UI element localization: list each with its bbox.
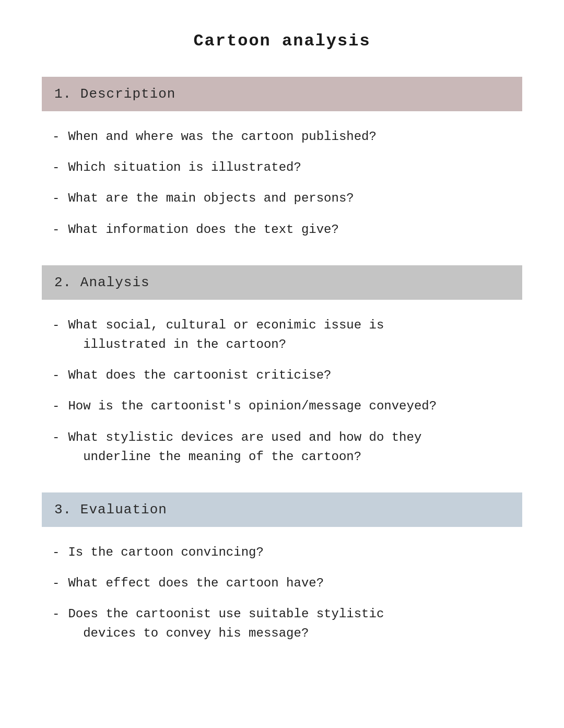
- section-evaluation: 3. Evaluation-Is the cartoon convincing?…: [42, 492, 522, 643]
- list-dash: -: [52, 158, 60, 177]
- list-item-text: When and where was the cartoon published…: [68, 127, 377, 146]
- list-item-text: What effect does the cartoon have?: [68, 573, 324, 593]
- list-item: -Is the cartoon convincing?: [52, 543, 522, 562]
- list-item: -What are the main objects and persons?: [52, 189, 522, 208]
- list-item: -What does the cartoonist criticise?: [52, 366, 522, 385]
- list-item-text: What are the main objects and persons?: [68, 189, 354, 208]
- section-header-analysis: 2. Analysis: [42, 265, 522, 300]
- list-dash: -: [52, 396, 60, 416]
- list-dash: -: [52, 543, 60, 562]
- list-item-text: What stylistic devices are used and how …: [68, 428, 421, 466]
- list-item-text: Does the cartoonist use suitable stylist…: [68, 604, 384, 643]
- list-dash: -: [52, 220, 60, 239]
- items-list-analysis: -What social, cultural or econimic issue…: [42, 315, 522, 466]
- page-title: Cartoon analysis: [42, 31, 522, 51]
- list-dash: -: [52, 604, 60, 624]
- list-dash: -: [52, 366, 60, 385]
- list-item: -How is the cartoonist's opinion/message…: [52, 396, 522, 416]
- list-item: -What effect does the cartoon have?: [52, 573, 522, 593]
- list-item: -What information does the text give?: [52, 220, 522, 239]
- list-item: -Does the cartoonist use suitable stylis…: [52, 604, 522, 643]
- list-dash: -: [52, 428, 60, 447]
- list-item-text: What information does the text give?: [68, 220, 338, 239]
- list-item-text: Which situation is illustrated?: [68, 158, 301, 177]
- list-item-text: Is the cartoon convincing?: [68, 543, 263, 562]
- section-header-description: 1. Description: [42, 77, 522, 111]
- section-analysis: 2. Analysis-What social, cultural or eco…: [42, 265, 522, 466]
- section-header-evaluation: 3. Evaluation: [42, 492, 522, 527]
- section-description: 1. Description-When and where was the ca…: [42, 77, 522, 239]
- list-item-text: What does the cartoonist criticise?: [68, 366, 331, 385]
- list-item: -What stylistic devices are used and how…: [52, 428, 522, 466]
- items-list-evaluation: -Is the cartoon convincing?-What effect …: [42, 543, 522, 643]
- list-dash: -: [52, 315, 60, 335]
- items-list-description: -When and where was the cartoon publishe…: [42, 127, 522, 239]
- list-item-text: What social, cultural or econimic issue …: [68, 315, 384, 354]
- list-item: -Which situation is illustrated?: [52, 158, 522, 177]
- list-item: -When and where was the cartoon publishe…: [52, 127, 522, 146]
- list-item: -What social, cultural or econimic issue…: [52, 315, 522, 354]
- list-dash: -: [52, 127, 60, 146]
- list-item-text: How is the cartoonist's opinion/message …: [68, 396, 437, 416]
- list-dash: -: [52, 573, 60, 593]
- list-dash: -: [52, 189, 60, 208]
